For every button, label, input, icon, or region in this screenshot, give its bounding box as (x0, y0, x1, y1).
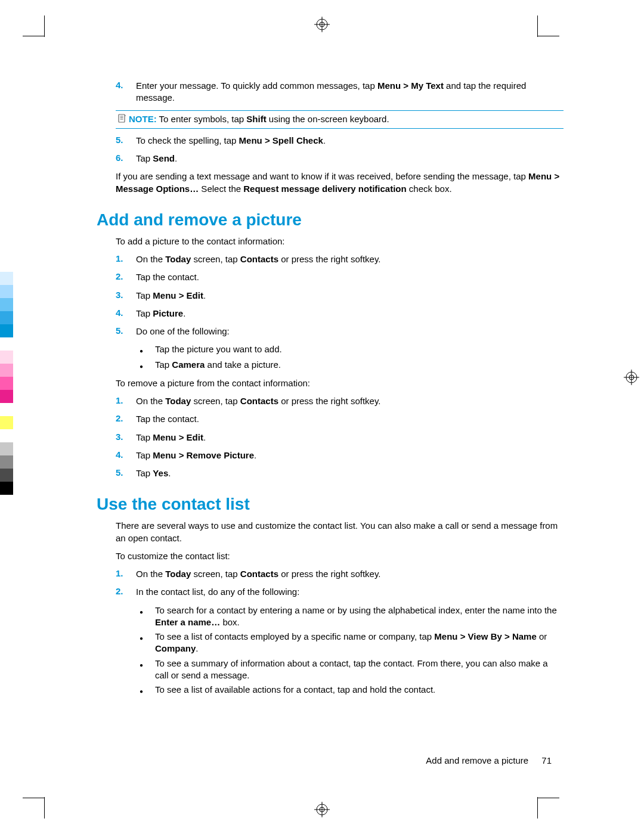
numbered-step: 3.Tap Menu > Edit. (116, 290, 564, 302)
step-number: 2. (116, 271, 136, 283)
footer-page-number: 71 (541, 755, 552, 765)
step-number: 5. (116, 135, 136, 147)
paragraph: To customize the contact list: (116, 550, 564, 562)
note-text: NOTE: To enter symbols, tap Shift using … (129, 113, 389, 125)
bullet-item: To see a list of available actions for a… (140, 684, 564, 696)
step-text: Tap the contact. (136, 413, 199, 425)
section-heading: Use the contact list (97, 495, 564, 514)
paragraph: To remove a picture from the contact inf… (116, 377, 564, 389)
numbered-step: 2.In the contact list, do any of the fol… (116, 586, 564, 598)
step-number: 5. (116, 467, 136, 479)
numbered-step: 1.On the Today screen, tap Contacts or p… (116, 395, 564, 407)
bullet-text: To see a list of available actions for a… (155, 684, 435, 696)
step-text: Do one of the following: (136, 325, 230, 337)
numbered-step: 1.On the Today screen, tap Contacts or p… (116, 253, 564, 265)
step-number: 4. (116, 308, 136, 320)
footer-section-title: Add and remove a picture (426, 755, 528, 765)
numbered-step: 5.Do one of the following: (116, 325, 564, 337)
bullet-icon (140, 684, 155, 696)
bullet-item: To search for a contact by entering a na… (140, 604, 564, 629)
step-number: 3. (116, 290, 136, 302)
note-content: To enter symbols, tap Shift using the on… (159, 114, 389, 124)
step-number: 4. (116, 449, 136, 461)
step-text: On the Today screen, tap Contacts or pre… (136, 568, 380, 580)
bullet-icon (140, 631, 155, 655)
step-text: Tap Picture. (136, 308, 185, 320)
numbered-step: 2.Tap the contact. (116, 413, 564, 425)
bullet-item: To see a list of contacts employed by a … (140, 631, 564, 655)
paragraph: If you are sending a text message and wa… (116, 170, 564, 195)
svg-rect-12 (119, 114, 125, 122)
step-text: Tap Yes. (136, 467, 171, 479)
numbered-step: 2.Tap the contact. (116, 271, 564, 283)
step-text: Tap Menu > Edit. (136, 432, 206, 444)
numbered-step: 4.Enter your message. To quickly add com… (116, 80, 564, 104)
step-text: Tap Menu > Remove Picture. (136, 449, 256, 461)
bullet-icon (140, 359, 155, 371)
numbered-step: 4.Tap Menu > Remove Picture. (116, 449, 564, 461)
paragraph: To add a picture to the contact informat… (116, 235, 564, 247)
step-number: 6. (116, 153, 136, 165)
note-callout: NOTE: To enter symbols, tap Shift using … (116, 110, 564, 129)
numbered-step: 6.Tap Send. (116, 153, 564, 165)
numbered-step: 4.Tap Picture. (116, 308, 564, 320)
bullet-text: To see a summary of information about a … (155, 658, 564, 682)
step-number: 1. (116, 568, 136, 580)
page-content: 4.Enter your message. To quickly add com… (0, 0, 644, 834)
numbered-step: 3.Tap Menu > Edit. (116, 432, 564, 444)
bullet-item: Tap the picture you want to add. (140, 343, 564, 356)
note-icon (116, 113, 129, 125)
step-text: On the Today screen, tap Contacts or pre… (136, 395, 380, 407)
note-label: NOTE: (129, 114, 157, 124)
step-text: Tap the contact. (136, 271, 199, 283)
step-number: 2. (116, 413, 136, 425)
numbered-step: 5.To check the spelling, tap Menu > Spel… (116, 135, 564, 147)
bullet-text: Tap the picture you want to add. (155, 343, 282, 356)
step-number: 2. (116, 586, 136, 598)
step-text: Enter your message. To quickly add commo… (136, 80, 564, 104)
numbered-step: 1.On the Today screen, tap Contacts or p… (116, 568, 564, 580)
step-text: Tap Send. (136, 153, 177, 165)
step-number: 3. (116, 432, 136, 444)
step-text: In the contact list, do any of the follo… (136, 586, 299, 598)
step-text: On the Today screen, tap Contacts or pre… (136, 253, 380, 265)
bullet-icon (140, 604, 155, 629)
step-text: Tap Menu > Edit. (136, 290, 206, 302)
paragraph: There are several ways to use and custom… (116, 520, 564, 544)
page-footer: Add and remove a picture 71 (426, 755, 552, 765)
step-number: 1. (116, 395, 136, 407)
bullet-icon (140, 658, 155, 682)
step-text: To check the spelling, tap Menu > Spell … (136, 135, 326, 147)
step-number: 4. (116, 80, 136, 104)
bullet-text: To search for a contact by entering a na… (155, 604, 564, 629)
step-number: 1. (116, 253, 136, 265)
bullet-item: Tap Camera and take a picture. (140, 359, 564, 371)
numbered-step: 5.Tap Yes. (116, 467, 564, 479)
section-heading: Add and remove a picture (97, 210, 564, 230)
bullet-icon (140, 343, 155, 356)
bullet-item: To see a summary of information about a … (140, 658, 564, 682)
bullet-text: To see a list of contacts employed by a … (155, 631, 564, 655)
step-number: 5. (116, 325, 136, 337)
bullet-text: Tap Camera and take a picture. (155, 359, 281, 371)
